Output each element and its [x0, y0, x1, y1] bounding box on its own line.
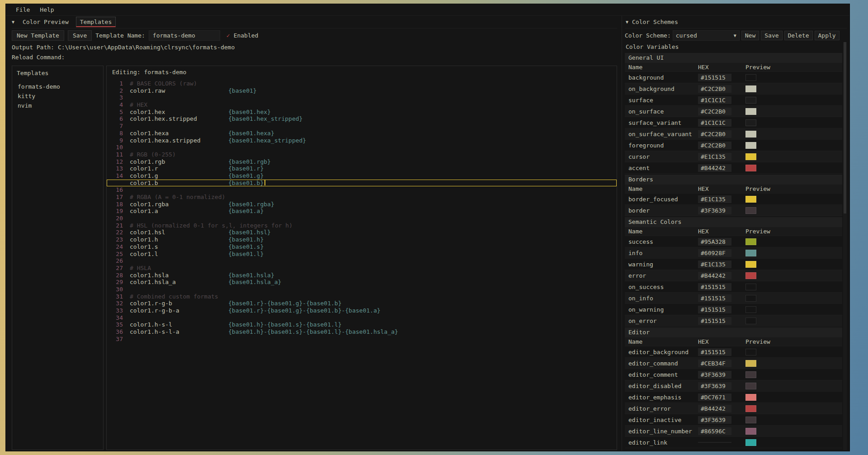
scrollbar[interactable]: [843, 42, 847, 450]
hex-input[interactable]: #151515: [698, 348, 731, 356]
editor-line[interactable]: 25color1.l{base01.l}: [107, 251, 617, 258]
hex-input[interactable]: #3F3639: [698, 416, 731, 424]
hex-input[interactable]: #C2C2B0: [698, 85, 731, 93]
hex-input[interactable]: #B44242: [698, 272, 731, 280]
editor-line[interactable]: 3: [107, 94, 617, 101]
color-swatch[interactable]: [745, 196, 756, 203]
editor-line[interactable]: 2color1.raw{base01}: [107, 87, 617, 95]
color-scheme-select[interactable]: cursed ▼: [673, 30, 740, 41]
output-path-value[interactable]: C:\Users\user\AppData\Roaming\clrsync\fo…: [58, 44, 235, 51]
editor-line[interactable]: 28color1.hsla{base01.hsla}: [107, 272, 617, 279]
hex-input[interactable]: #C2C2B0: [698, 108, 731, 115]
tab-templates[interactable]: Templates: [76, 17, 116, 27]
color-section-header[interactable]: General UI: [625, 53, 842, 63]
editor-line[interactable]: 4# HEX: [107, 101, 617, 109]
editor-line[interactable]: 34: [107, 314, 617, 322]
hex-input[interactable]: #C2C2B0: [698, 142, 731, 149]
scheme-delete-button[interactable]: Delete: [784, 31, 813, 40]
collapse-icon[interactable]: ▼: [12, 19, 14, 24]
scheme-save-button[interactable]: Save: [761, 31, 782, 40]
editor-code[interactable]: 1# BASE COLORS (raw)2color1.raw{base01}3…: [107, 79, 617, 450]
color-swatch[interactable]: [745, 165, 756, 171]
hex-input[interactable]: #3F3639: [698, 207, 731, 214]
editor-line[interactable]: 7: [107, 123, 617, 130]
color-swatch[interactable]: [745, 371, 756, 378]
editor-line[interactable]: 24color1.s{base01.s}: [107, 243, 617, 251]
editor-line[interactable]: 11# RGB (0-255): [107, 151, 617, 158]
new-template-button[interactable]: New Template: [12, 30, 64, 41]
editor-line[interactable]: 5color1.hex{base01.hex}: [107, 109, 617, 116]
editor-line[interactable]: 16: [107, 186, 617, 194]
editor-line[interactable]: 6color1.hex.stripped{base01.hex_stripped…: [107, 115, 617, 123]
editor-line[interactable]: 21# HSL (normalized 0-1 for s,l, integer…: [107, 222, 617, 229]
hex-input[interactable]: #60928F: [698, 249, 731, 257]
hex-input[interactable]: #151515: [698, 74, 731, 81]
editor-line[interactable]: 31# Combined custom formats: [107, 293, 617, 300]
color-swatch[interactable]: [745, 207, 756, 214]
editor-line[interactable]: 19color1.a{base01.a}: [107, 208, 617, 215]
editor-line[interactable]: 18color1.rgba{base01.rgba}: [107, 201, 617, 208]
editor-line[interactable]: 27# HSLA: [107, 265, 617, 272]
scrollbar-thumb[interactable]: [844, 42, 846, 213]
editor-line[interactable]: 35color1.h-s-l{base01.h}-{base01.s}-{bas…: [107, 321, 617, 328]
hex-input[interactable]: #CEB34F: [698, 360, 731, 367]
color-swatch[interactable]: [745, 97, 756, 104]
hex-input[interactable]: #86596C: [698, 427, 731, 435]
color-swatch[interactable]: [745, 238, 756, 245]
template-list-item[interactable]: formats-demo: [17, 82, 99, 91]
color-swatch[interactable]: [745, 119, 756, 126]
color-swatch[interactable]: [745, 360, 756, 367]
hex-input[interactable]: #151515: [698, 294, 731, 302]
editor-line[interactable]: 23color1.h{base01.h}: [107, 236, 617, 243]
color-swatch[interactable]: [745, 417, 756, 423]
hex-input[interactable]: #1C1C1C: [698, 96, 731, 104]
editor-line[interactable]: 17# RGBA (A = 0-1 normalized): [107, 194, 617, 201]
editor-line[interactable]: 33color1.r-g-b-a{base01.r}-{base01.g}-{b…: [107, 307, 617, 314]
editor-line[interactable]: 10: [107, 144, 617, 151]
save-template-button[interactable]: Save: [68, 30, 92, 41]
color-swatch[interactable]: [745, 394, 756, 401]
editor-line[interactable]: 1# BASE COLORS (raw): [107, 80, 617, 87]
color-swatch[interactable]: [745, 439, 756, 446]
hex-input[interactable]: [698, 442, 731, 443]
color-swatch[interactable]: [745, 284, 756, 290]
template-name-input[interactable]: [149, 30, 220, 41]
scheme-new-button[interactable]: New: [741, 31, 759, 40]
scheme-apply-button[interactable]: Apply: [815, 31, 840, 40]
color-swatch[interactable]: [745, 383, 756, 389]
hex-input[interactable]: #151515: [698, 306, 731, 313]
color-swatch[interactable]: [745, 428, 756, 435]
editor-line[interactable]: 37: [107, 336, 617, 343]
color-swatch[interactable]: [745, 85, 756, 92]
color-swatch[interactable]: [745, 74, 756, 81]
editor-line[interactable]: 12color1.rgb{base01.rgb}: [107, 158, 617, 166]
enabled-checkmark-icon[interactable]: ✓: [226, 32, 230, 39]
tab-color-preview[interactable]: Color Preview: [20, 17, 71, 27]
editor-line[interactable]: 30: [107, 286, 617, 293]
menu-file[interactable]: File: [12, 5, 33, 14]
color-swatch[interactable]: [745, 306, 756, 313]
editor-line[interactable]: 36color1.h-s-l-a{base01.h}-{base01.s}-{b…: [107, 328, 617, 336]
hex-input[interactable]: #151515: [698, 283, 731, 291]
color-swatch[interactable]: [745, 295, 756, 302]
editor-line[interactable]: 29color1.hsla_a{base01.hsla_a}: [107, 279, 617, 286]
menu-help[interactable]: Help: [36, 5, 57, 14]
color-section-header[interactable]: Borders: [625, 175, 842, 185]
color-section-header[interactable]: Semantic Colors: [625, 217, 842, 227]
color-swatch[interactable]: [745, 142, 756, 149]
color-section-header[interactable]: Editor: [625, 327, 842, 337]
editor-active-line[interactable]: color1.b{base01.b}: [107, 180, 617, 187]
color-swatch[interactable]: [745, 250, 756, 256]
color-swatch[interactable]: [745, 349, 756, 355]
color-swatch[interactable]: [745, 131, 756, 137]
editor-line[interactable]: 9color1.hexa.stripped{base01.hexa_stripp…: [107, 137, 617, 144]
color-swatch[interactable]: [745, 272, 756, 279]
editor-line[interactable]: 32color1.r-g-b{base01.r}-{base01.g}-{bas…: [107, 300, 617, 307]
hex-input[interactable]: #B44242: [698, 405, 731, 412]
hex-input[interactable]: #E1C135: [698, 153, 731, 161]
template-list-item[interactable]: nvim: [17, 101, 99, 110]
editor-line[interactable]: 13color1.r{base01.r}: [107, 165, 617, 172]
hex-input[interactable]: #E1C135: [698, 261, 731, 268]
hex-input[interactable]: #1C1C1C: [698, 119, 731, 127]
editor-line[interactable]: 14color1.g{base01.g}: [107, 172, 617, 180]
